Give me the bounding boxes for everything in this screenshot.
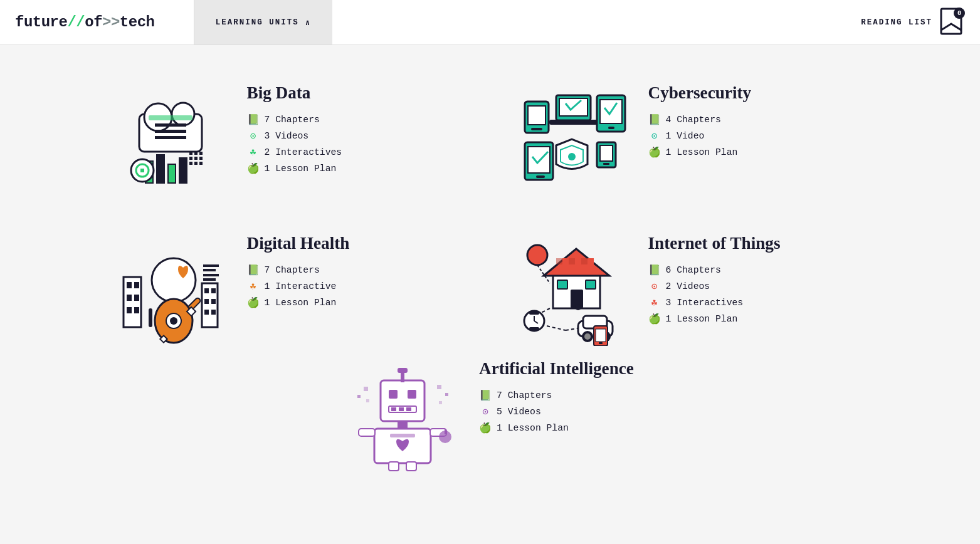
interactives-icon: ☘ (247, 280, 260, 293)
unit-card-big-data[interactable]: Big Data 📗 7 Chapters ⊙ 3 Videos ☘ 2 Int… (114, 83, 465, 196)
svg-rect-106 (398, 421, 408, 429)
svg-rect-120 (406, 462, 416, 471)
stat-chapters: 📗 7 Chapters (247, 113, 465, 126)
svg-rect-56 (211, 299, 216, 304)
stat-videos: ⊙ 1 Video (648, 130, 867, 142)
reading-list-label: READING LIST (861, 18, 932, 27)
svg-rect-101 (391, 407, 396, 411)
big-data-title: Big Data (247, 83, 465, 103)
stat-interactives: ☘ 2 Interactives (247, 146, 465, 159)
svg-rect-32 (608, 127, 614, 129)
unit-card-cybersecurity[interactable]: Cybersecurity 📗 4 Chapters ⊙ 1 Video 🍏 1… (515, 83, 867, 196)
svg-rect-62 (203, 269, 216, 271)
svg-rect-112 (357, 395, 361, 398)
lesson-icon: 🍏 (247, 296, 260, 309)
iot-title: Internet of Things (648, 233, 867, 254)
svg-rect-75 (557, 280, 567, 289)
svg-rect-60 (203, 278, 216, 281)
svg-point-93 (575, 304, 581, 310)
svg-rect-76 (586, 280, 596, 289)
main-content: Big Data 📗 7 Chapters ⊙ 3 Videos ☘ 2 Int… (0, 45, 980, 521)
reading-list-badge: 0 (954, 8, 965, 19)
stat-chapters: 📗 4 Chapters (648, 113, 867, 126)
svg-rect-69 (562, 258, 569, 264)
svg-rect-16 (194, 152, 198, 155)
svg-rect-57 (204, 310, 209, 315)
videos-icon: ⊙ (648, 280, 661, 293)
svg-rect-26 (531, 128, 542, 130)
svg-rect-102 (399, 407, 404, 411)
svg-rect-29 (550, 120, 597, 124)
learning-units-nav[interactable]: LEARNING UNITS ∧ (194, 0, 332, 44)
svg-rect-53 (204, 288, 209, 293)
svg-rect-118 (445, 429, 446, 434)
svg-rect-103 (406, 407, 411, 411)
svg-rect-116 (439, 401, 442, 404)
svg-rect-36 (536, 175, 545, 178)
svg-rect-71 (575, 258, 581, 264)
svg-rect-17 (189, 157, 192, 160)
units-bottom-row: Artificial Intelligence 📗 7 Chapters ⊙ 5… (50, 358, 930, 471)
svg-rect-108 (390, 434, 415, 437)
stat-lesson-plan: 🍏 1 Lesson Plan (479, 422, 634, 434)
svg-rect-70 (569, 258, 575, 264)
big-data-icon (114, 83, 227, 196)
svg-point-33 (568, 153, 576, 160)
stat-chapters: 📗 6 Chapters (648, 264, 867, 276)
svg-rect-97 (381, 380, 424, 421)
svg-rect-46 (134, 307, 139, 313)
svg-rect-38 (600, 145, 613, 161)
lesson-icon: 🍏 (479, 422, 492, 434)
svg-rect-61 (203, 264, 219, 267)
stat-interactives: ☘ 3 Interactives (648, 296, 867, 309)
iot-icon (515, 233, 628, 346)
svg-rect-114 (437, 385, 441, 389)
svg-rect-72 (581, 258, 587, 264)
logo-area: future//of>>tech (0, 0, 194, 44)
svg-rect-58 (211, 310, 216, 315)
iot-info: Internet of Things 📗 6 Chapters ⊙ 2 Vide… (648, 233, 867, 325)
units-grid: Big Data 📗 7 Chapters ⊙ 3 Videos ☘ 2 Int… (114, 83, 867, 346)
stat-lesson-plan: 🍏 1 Lesson Plan (247, 296, 465, 309)
svg-rect-85 (529, 311, 539, 315)
svg-rect-35 (528, 147, 550, 173)
ai-icon (346, 358, 459, 471)
cybersecurity-title: Cybersecurity (648, 83, 867, 103)
svg-rect-45 (127, 307, 132, 313)
svg-rect-18 (194, 157, 198, 160)
svg-rect-23 (199, 162, 203, 165)
unit-card-ai[interactable]: Artificial Intelligence 📗 7 Chapters ⊙ 5… (346, 358, 634, 471)
svg-point-51 (170, 317, 177, 325)
stat-chapters: 📗 7 Chapters (479, 389, 634, 402)
svg-rect-119 (389, 462, 399, 471)
svg-rect-15 (189, 152, 192, 155)
lesson-icon: 🍏 (247, 162, 260, 175)
svg-rect-11 (179, 158, 187, 183)
ai-title: Artificial Intelligence (479, 358, 634, 379)
chapters-icon: 📗 (479, 389, 492, 402)
lesson-icon: 🍏 (648, 313, 661, 325)
iot-stats: 📗 6 Chapters ⊙ 2 Videos ☘ 3 Interactives… (648, 264, 867, 325)
chapters-icon: 📗 (247, 264, 260, 276)
unit-card-iot[interactable]: Internet of Things 📗 6 Chapters ⊙ 2 Vide… (515, 233, 867, 346)
svg-rect-73 (587, 258, 594, 264)
svg-rect-95 (596, 329, 606, 342)
svg-point-3 (172, 103, 194, 125)
stat-lesson-plan: 🍏 1 Lesson Plan (648, 146, 867, 159)
chapters-icon: 📗 (247, 113, 260, 126)
svg-rect-54 (211, 288, 216, 293)
interactives-icon: ☘ (648, 296, 661, 309)
digital-health-icon (114, 233, 227, 346)
reading-list-button[interactable]: 0 (940, 8, 965, 38)
svg-rect-14 (140, 169, 144, 172)
svg-rect-19 (199, 152, 203, 155)
videos-icon: ⊙ (648, 130, 661, 142)
main-header: future//of>>tech LEARNING UNITS ∧ READIN… (0, 0, 980, 45)
unit-card-digital-health[interactable]: Digital Health 📗 7 Chapters ☘ 1 Interact… (114, 233, 465, 346)
svg-rect-55 (204, 299, 209, 304)
svg-rect-42 (134, 282, 139, 288)
svg-rect-41 (127, 282, 132, 288)
digital-health-title: Digital Health (247, 233, 465, 254)
svg-rect-7 (155, 136, 186, 139)
stat-lesson-plan: 🍏 1 Lesson Plan (648, 313, 867, 325)
